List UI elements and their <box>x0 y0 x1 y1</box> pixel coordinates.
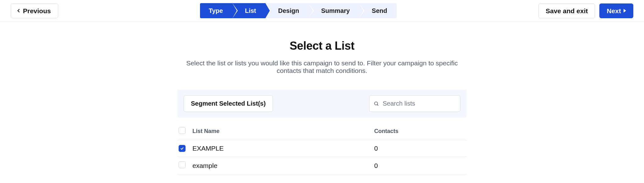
list-table: List Name Contacts EXAMPLE 0 example 0 <box>177 123 467 175</box>
row-checkbox[interactable] <box>179 145 186 152</box>
next-label: Next <box>607 8 621 14</box>
select-all-cell <box>179 127 192 136</box>
table-row[interactable]: example 0 <box>177 157 467 175</box>
header-name: List Name <box>192 128 374 135</box>
filter-panel: Segment Selected List(s) <box>177 90 467 118</box>
topbar-right: Save and exit Next <box>538 3 633 18</box>
step-label: Type <box>209 7 223 14</box>
step-label: Design <box>278 7 299 14</box>
step-type[interactable]: Type <box>200 3 232 18</box>
segment-label: Segment Selected List(s) <box>191 100 266 107</box>
previous-label: Previous <box>23 8 51 14</box>
search-wrap <box>369 95 460 112</box>
chevron-left-icon <box>17 9 21 12</box>
svg-point-0 <box>375 102 378 105</box>
row-name: example <box>192 162 374 169</box>
page-title: Select a List <box>177 39 467 53</box>
topbar: Previous Type List Design Summary Send S… <box>0 0 644 22</box>
page-subtitle: Select the list or lists you would like … <box>177 59 467 75</box>
row-name: EXAMPLE <box>192 145 374 152</box>
chevron-right-icon <box>624 9 626 13</box>
segment-button[interactable]: Segment Selected List(s) <box>184 95 273 112</box>
select-all-checkbox[interactable] <box>179 127 186 134</box>
row-contacts: 0 <box>374 145 465 152</box>
save-exit-label: Save and exit <box>546 8 588 14</box>
stepper: Type List Design Summary Send <box>200 3 397 18</box>
next-button[interactable]: Next <box>599 3 633 18</box>
table-row[interactable]: EXAMPLE 0 <box>177 140 467 157</box>
step-summary[interactable]: Summary <box>308 3 359 18</box>
check-icon <box>180 146 184 151</box>
search-input[interactable] <box>369 95 460 112</box>
step-label: List <box>245 7 256 14</box>
header-contacts: Contacts <box>374 128 465 135</box>
row-checkbox-cell <box>179 145 192 152</box>
row-contacts: 0 <box>374 162 465 169</box>
svg-line-1 <box>377 104 378 106</box>
main-content: Select a List Select the list or lists y… <box>171 22 473 175</box>
step-send[interactable]: Send <box>359 3 397 18</box>
search-icon <box>374 101 379 107</box>
row-checkbox-cell <box>179 161 192 170</box>
step-label: Summary <box>321 7 350 14</box>
previous-button[interactable]: Previous <box>11 3 58 18</box>
step-label: Send <box>372 7 387 14</box>
table-header: List Name Contacts <box>177 123 467 140</box>
topbar-left: Previous <box>11 3 58 18</box>
save-exit-button[interactable]: Save and exit <box>538 3 595 18</box>
row-checkbox[interactable] <box>179 161 186 168</box>
step-design[interactable]: Design <box>265 3 308 18</box>
